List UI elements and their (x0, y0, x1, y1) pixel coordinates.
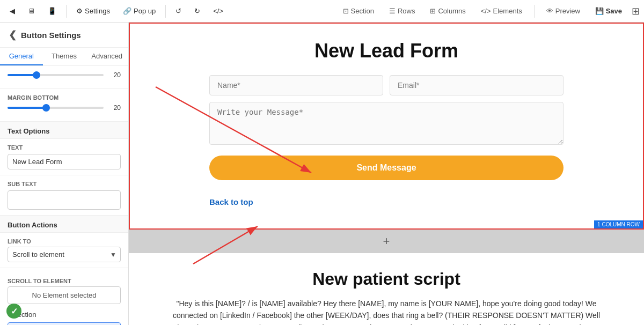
rows-button[interactable]: ☰ Rows (384, 5, 421, 17)
text-options-title: Text Options (0, 122, 128, 139)
name-input[interactable] (209, 75, 383, 95)
preview-icon: 👁 (546, 7, 553, 15)
form-section: New Lead Form Send Message Back to top 1… (129, 23, 644, 230)
panel-header: ❮ Button Settings (0, 23, 128, 48)
no-element-button[interactable]: No Element selected (8, 286, 121, 304)
mobile-icon: 📱 (48, 7, 56, 15)
scroll-to-label: SCROLL TO ELEMENT (8, 278, 121, 284)
one-column-badge: 1 COLUMN ROW (594, 220, 643, 228)
rows-label: Rows (398, 7, 415, 15)
text-input[interactable] (8, 154, 121, 169)
email-input[interactable] (390, 75, 564, 95)
element-item-section[interactable]: Section (8, 307, 121, 322)
elements-label: Elements (493, 7, 522, 15)
save-icon: 💾 (595, 7, 604, 15)
script-title: New patient script (172, 269, 601, 289)
desktop-icon: 🖥 (28, 7, 35, 15)
save-label: Save (606, 7, 622, 15)
subtext-input[interactable] (8, 190, 121, 210)
columns-icon: ⊞ (430, 7, 436, 15)
link-to-section: LINK TO Scroll to element ▼ (0, 233, 128, 268)
green-check-icon: ✓ (6, 304, 21, 319)
subtext-label: SUB TEXT (8, 181, 121, 187)
mb-slider-fill (8, 107, 46, 109)
popup-label: Pop up (134, 7, 156, 15)
rows-icon: ☰ (389, 7, 396, 15)
margin-bottom-label: MARGIN BOTTOM (8, 94, 121, 101)
preview-label: Preview (555, 7, 580, 15)
top-slider-value: 20 (108, 71, 121, 79)
top-bar-left: ◀ 🖥 📱 ⚙ Settings 🔗 Pop up ↺ ↻ </> (4, 5, 229, 18)
element-list: Section 1 Column Row 1st Column Headline… (8, 307, 121, 325)
plus-row: + (129, 230, 644, 253)
mobile-view-button[interactable]: 📱 (42, 5, 62, 17)
redo-button[interactable]: ↻ (189, 5, 206, 17)
tab-themes[interactable]: Themes (43, 48, 86, 65)
mb-slider-value: 20 (108, 104, 121, 112)
grid-icon[interactable]: ⊞ (632, 5, 640, 17)
divider-3 (534, 5, 535, 18)
button-actions-title: Button Actions (0, 216, 128, 233)
text-section: TEXT (0, 139, 128, 175)
divider-2 (165, 5, 166, 18)
send-button[interactable]: Send Message (209, 156, 564, 180)
columns-label: Columns (438, 7, 465, 15)
top-bar: ◀ 🖥 📱 ⚙ Settings 🔗 Pop up ↺ ↻ </> ⊡ (0, 0, 644, 23)
save-button[interactable]: 💾 Save (590, 5, 627, 17)
popup-button[interactable]: 🔗 Pop up (118, 5, 161, 17)
redo-icon: ↻ (194, 7, 200, 15)
text-label: TEXT (8, 144, 121, 151)
elements-button[interactable]: </> Elements (475, 5, 528, 17)
undo-icon: ↺ (175, 7, 181, 15)
section-icon: ⊡ (343, 7, 349, 15)
desktop-view-button[interactable]: 🖥 (23, 5, 40, 17)
top-slider-section: 20 (0, 66, 128, 89)
settings-icon: ⚙ (76, 7, 83, 15)
top-slider-fill (8, 74, 36, 76)
form-card: New Lead Form Send Message Back to top (188, 24, 585, 228)
tab-general[interactable]: General (0, 48, 43, 65)
main-layout: ❮ Button Settings General Themes Advance… (0, 23, 644, 325)
tab-advanced[interactable]: Advanced (85, 48, 128, 65)
form-title: New Lead Form (209, 40, 564, 62)
section-button[interactable]: ⊡ Section (338, 5, 379, 17)
code-icon: </> (213, 7, 223, 15)
settings-label: Settings (85, 7, 110, 15)
preview-button[interactable]: 👁 Preview (541, 5, 586, 17)
settings-button[interactable]: ⚙ Settings (71, 5, 115, 17)
top-slider-track[interactable] (8, 74, 104, 76)
canvas-area: New Lead Form Send Message Back to top 1… (129, 23, 644, 325)
link-to-select[interactable]: Scroll to element (8, 247, 121, 262)
add-section-button[interactable]: + (383, 234, 390, 248)
form-row-1 (209, 75, 564, 95)
margin-bottom-section: MARGIN BOTTOM 20 (0, 89, 128, 122)
left-panel: ❮ Button Settings General Themes Advance… (0, 23, 129, 325)
elements-icon: </> (481, 7, 491, 15)
mb-slider-track[interactable] (8, 107, 104, 109)
divider-1 (66, 5, 67, 18)
back-to-top-link[interactable]: Back to top (209, 197, 253, 206)
section-label: Section (351, 7, 374, 15)
back-icon: ◀ (10, 7, 15, 15)
code-button[interactable]: </> (208, 5, 229, 17)
columns-button[interactable]: ⊞ Columns (425, 5, 471, 17)
panel-title: Button Settings (21, 31, 81, 40)
mb-slider-thumb[interactable] (42, 104, 50, 112)
script-paragraph-1: "Hey is this [NAME]? / is [NAME] availab… (172, 298, 601, 325)
undo-button[interactable]: ↺ (170, 5, 187, 17)
scroll-to-section: SCROLL TO ELEMENT No Element selected Se… (0, 268, 128, 325)
link-to-dropdown-wrap: Scroll to element ▼ (8, 247, 121, 262)
subtext-section: SUB TEXT (0, 175, 128, 216)
element-item-1col[interactable]: 1 Column Row (8, 322, 121, 325)
top-slider-container: 20 (8, 71, 121, 79)
margin-bottom-slider: 20 (8, 104, 121, 112)
panel-back-button[interactable]: ❮ (9, 29, 17, 41)
back-button[interactable]: ◀ (4, 5, 20, 17)
panel-tabs: General Themes Advanced (0, 48, 128, 66)
popup-icon: 🔗 (123, 7, 131, 15)
top-bar-right: ⊡ Section ☰ Rows ⊞ Columns </> Elements … (338, 5, 640, 18)
script-section: New patient script "Hey is this [NAME]? … (129, 253, 644, 325)
message-textarea[interactable] (209, 102, 564, 145)
link-to-label: LINK TO (8, 238, 121, 245)
top-slider-thumb[interactable] (33, 71, 40, 79)
